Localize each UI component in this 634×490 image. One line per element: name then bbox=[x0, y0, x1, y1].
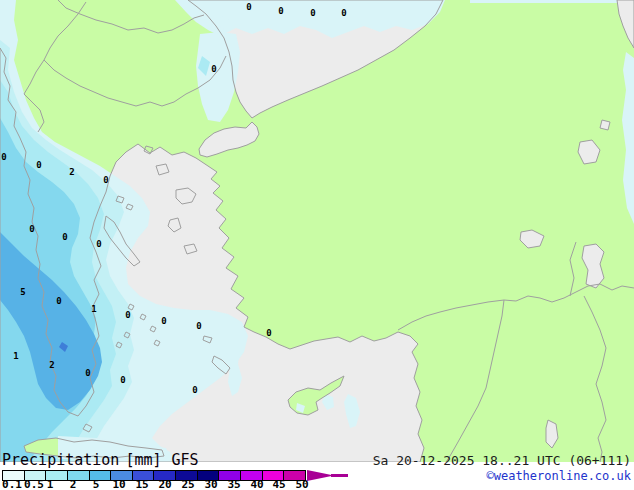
grid-value: 0 bbox=[211, 64, 216, 74]
scale-label: 25 bbox=[181, 478, 194, 490]
scale-label: 1 bbox=[47, 478, 54, 490]
grid-value: 0 bbox=[278, 6, 283, 16]
grid-value: 0 bbox=[246, 2, 251, 12]
weather-map-page: 000000020000501000012000 Precipitation[m… bbox=[0, 0, 634, 490]
grid-value: 0 bbox=[196, 321, 201, 331]
scale-label: 2 bbox=[70, 478, 77, 490]
datetime-label: Sa 20-12-2025 18..21 UTC (06+111) bbox=[373, 453, 631, 468]
grid-value: 0 bbox=[96, 239, 101, 249]
scale-label: 15 bbox=[135, 478, 148, 490]
scale-label: 40 bbox=[250, 478, 263, 490]
scale-label: 30 bbox=[204, 478, 217, 490]
scale-label: 5 bbox=[93, 478, 100, 490]
copyright-label: ©weatheronline.co.uk bbox=[487, 469, 632, 483]
grid-value: 0 bbox=[103, 175, 108, 185]
grid-value: 0 bbox=[161, 316, 166, 326]
grid-value: 2 bbox=[69, 167, 74, 177]
grid-value: 0 bbox=[1, 152, 6, 162]
grid-value: 0 bbox=[125, 310, 130, 320]
scale-label: 50 bbox=[295, 478, 308, 490]
legend-model: GFS bbox=[172, 451, 199, 469]
grid-value: 1 bbox=[13, 351, 18, 361]
map-svg: 000000020000501000012000 bbox=[0, 0, 634, 462]
grid-value: 0 bbox=[120, 375, 125, 385]
scale-label: 20 bbox=[158, 478, 171, 490]
precipitation-map: 000000020000501000012000 bbox=[0, 0, 634, 462]
legend-unit: [mm] bbox=[125, 451, 161, 469]
grid-value: 0 bbox=[62, 232, 67, 242]
colorbar-labels: 0.10.5125101520253035404550 bbox=[2, 478, 352, 490]
grid-value: 0 bbox=[341, 8, 346, 18]
grid-value: 2 bbox=[49, 360, 54, 370]
legend-title: Precipitation[mm]GFS bbox=[2, 451, 199, 469]
grid-value: 0 bbox=[310, 8, 315, 18]
grid-value: 0 bbox=[56, 296, 61, 306]
grid-value: 0 bbox=[85, 368, 90, 378]
grid-value: 0 bbox=[192, 385, 197, 395]
scale-label: 0.5 bbox=[24, 478, 44, 490]
grid-value: 5 bbox=[20, 287, 25, 297]
legend-title-text: Precipitation bbox=[2, 451, 119, 469]
scale-label: 35 bbox=[227, 478, 240, 490]
grid-value: 0 bbox=[266, 328, 271, 338]
grid-value: 1 bbox=[91, 304, 96, 314]
grid-value: 0 bbox=[36, 160, 41, 170]
scale-label: 10 bbox=[112, 478, 125, 490]
precip-0.1-top-strip bbox=[470, 0, 617, 3]
scale-label: 45 bbox=[272, 478, 285, 490]
scale-label: 0.1 bbox=[2, 478, 22, 490]
grid-value: 0 bbox=[29, 224, 34, 234]
